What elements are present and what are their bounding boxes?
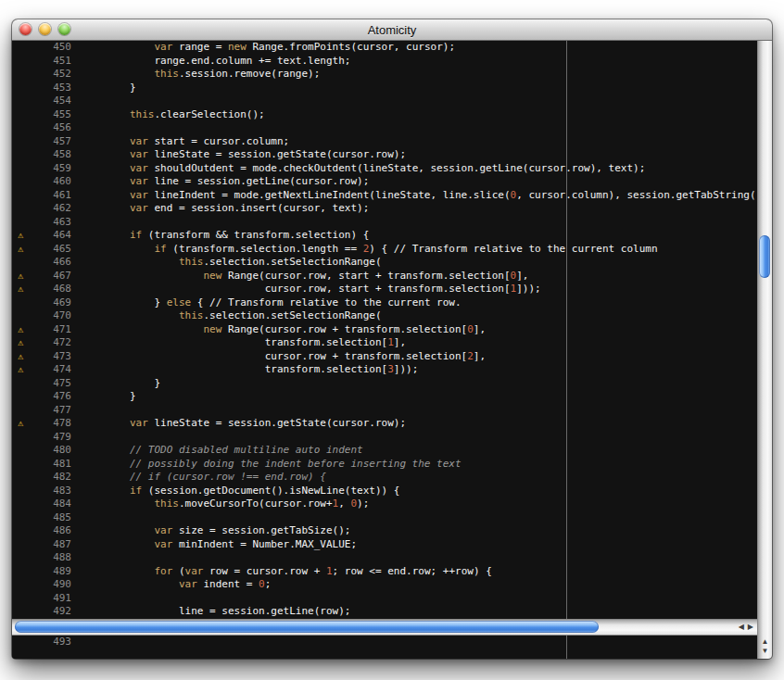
code-line[interactable]: ⚠467 new Range(cursor.row, start + trans… <box>12 270 757 283</box>
titlebar[interactable]: Atomicity <box>12 19 772 41</box>
code-line[interactable]: ⚠468 cursor.row, start + transform.selec… <box>12 283 757 296</box>
code-line[interactable]: 475 } <box>12 377 757 391</box>
code-text: range.end.column += text.length; <box>81 55 350 69</box>
warning-icon[interactable]: ⚠ <box>12 363 29 377</box>
scroll-left-arrow-icon[interactable]: ◀ <box>739 623 744 631</box>
code-line[interactable]: 484 this.moveCursorTo(cursor.row+1, 0); <box>12 497 757 511</box>
code-line[interactable]: 463 <box>12 216 757 230</box>
code-line[interactable]: 450 var range = new Range.fromPoints(cur… <box>12 41 757 55</box>
code-line[interactable]: 482 // if (cursor.row !== end.row) { <box>12 471 757 485</box>
code-area[interactable]: 450 var range = new Range.fromPoints(cur… <box>12 41 757 619</box>
code-line[interactable]: 451 range.end.column += text.length; <box>12 55 757 69</box>
warning-icon[interactable]: ⚠ <box>12 243 29 257</box>
code-line[interactable]: ⚠464 if (transform && transform.selectio… <box>12 229 757 243</box>
code-line[interactable]: 483 if (session.getDocument().isNewLine(… <box>12 485 757 498</box>
scroll-right-arrow-icon[interactable]: ▶ <box>748 623 753 631</box>
code-line[interactable]: 461 var lineIndent = mode.getNextLineInd… <box>12 189 757 203</box>
vertical-scrollbar[interactable]: ▲ ▼ <box>757 41 772 659</box>
app-window: Atomicity 450 var range = new Range.from… <box>12 19 772 659</box>
warning-icon[interactable]: ⚠ <box>12 417 29 431</box>
line-number: 469 <box>29 296 77 310</box>
warning-icon-slot <box>12 511 29 525</box>
line-number: 482 <box>29 471 77 485</box>
code-line[interactable]: 477 <box>12 404 757 418</box>
code-line[interactable]: 452 this.session.remove(range); <box>12 68 757 82</box>
code-line[interactable]: ⚠473 cursor.row + transform.selection[2]… <box>12 350 757 364</box>
code-text: var indent = 0; <box>81 578 271 592</box>
code-line[interactable]: 462 var end = session.insert(cursor, tex… <box>12 202 757 216</box>
warning-icon-slot <box>12 471 29 485</box>
gutter: 488 <box>12 551 77 565</box>
warning-icon-slot <box>12 592 29 606</box>
code-line[interactable]: ⚠471 new Range(cursor.row + transform.se… <box>12 323 757 337</box>
gutter: 481 <box>12 458 77 472</box>
warning-icon[interactable]: ⚠ <box>12 336 29 350</box>
code-line[interactable]: 479 <box>12 431 757 445</box>
code-line[interactable]: 486 var size = session.getTabSize(); <box>12 524 757 538</box>
warning-icon-slot <box>12 94 29 108</box>
code-line[interactable]: 488 <box>12 551 757 565</box>
code-line[interactable]: 492 line = session.getLine(row); <box>12 605 757 619</box>
code-line[interactable]: 487 var minIndent = Number.MAX_VALUE; <box>12 538 757 552</box>
gutter: 453 <box>12 82 77 95</box>
line-number: 472 <box>29 336 77 350</box>
code-line[interactable]: 470 this.selection.setSelectionRange( <box>12 309 757 323</box>
code-line[interactable]: 480 // TODO disabled multiline auto inde… <box>12 444 757 458</box>
zoom-button[interactable] <box>58 23 70 35</box>
code-line[interactable]: 458 var lineState = session.getState(cur… <box>12 148 757 162</box>
code-line[interactable]: 457 var start = cursor.column; <box>12 135 757 149</box>
code-line[interactable]: 455 this.clearSelection(); <box>12 108 757 122</box>
warning-icon-slot <box>12 55 29 69</box>
scroll-up-arrow-icon[interactable]: ▲ <box>762 638 769 646</box>
minimize-button[interactable] <box>39 23 51 35</box>
code-line[interactable]: 489 for (var row = cursor.row + 1; row <… <box>12 565 757 579</box>
code-line[interactable]: 481 // possibly doing the indent before … <box>12 458 757 472</box>
vertical-scroll-arrows: ▲ ▼ <box>758 638 772 655</box>
code-line[interactable]: 456 <box>12 121 757 135</box>
line-number: 471 <box>29 323 77 337</box>
warning-icon[interactable]: ⚠ <box>12 323 29 337</box>
warning-icon-slot <box>12 444 29 458</box>
code-text: var lineState = session.getState(cursor.… <box>81 148 406 162</box>
code-line[interactable]: 454 <box>12 94 757 108</box>
gutter: ⚠473 <box>12 350 77 364</box>
warning-icon-slot <box>12 524 29 538</box>
code-text: new Range(cursor.row, start + transform.… <box>81 270 528 283</box>
warning-icon[interactable]: ⚠ <box>12 229 29 243</box>
line-number: 487 <box>29 538 77 552</box>
warning-icon-slot <box>12 497 29 511</box>
gutter: 490 <box>12 578 77 592</box>
warning-icon[interactable]: ⚠ <box>12 283 29 296</box>
line-number: 461 <box>29 189 77 203</box>
warning-icon-slot <box>12 605 29 619</box>
code-line[interactable]: 459 var shouldOutdent = mode.checkOutden… <box>12 162 757 176</box>
code-line[interactable]: 476 } <box>12 390 757 404</box>
close-button[interactable] <box>19 23 32 35</box>
code-line[interactable]: ⚠472 transform.selection[1], <box>12 336 757 350</box>
code-line[interactable]: 469 } else { // Transform relative to th… <box>12 296 757 310</box>
warning-icon-slot <box>12 578 29 592</box>
gutter: 469 <box>12 296 77 310</box>
vertical-scrollbar-thumb[interactable] <box>759 235 770 278</box>
code-line[interactable]: 453 } <box>12 82 757 95</box>
code-text: this.selection.setSelectionRange( <box>81 256 382 270</box>
horizontal-scrollbar[interactable]: ◀ ▶ <box>12 619 757 636</box>
code-line[interactable]: 491 <box>12 592 757 606</box>
line-number: 484 <box>29 497 77 511</box>
warning-icon[interactable]: ⚠ <box>12 270 29 283</box>
warning-icon[interactable]: ⚠ <box>12 350 29 364</box>
scroll-down-arrow-icon[interactable]: ▼ <box>762 648 769 655</box>
code-line[interactable]: ⚠465 if (transform.selection.length == 2… <box>12 243 757 257</box>
code-line[interactable]: 466 this.selection.setSelectionRange( <box>12 256 757 270</box>
code-line[interactable]: ⚠474 transform.selection[3])); <box>12 363 757 377</box>
code-line[interactable]: 460 var line = session.getLine(cursor.ro… <box>12 175 757 189</box>
code-line[interactable]: 485 <box>12 511 757 525</box>
code-text: } <box>81 82 136 95</box>
horizontal-scrollbar-thumb[interactable] <box>15 621 599 633</box>
code-text: var end = session.insert(cursor, text); <box>81 202 369 216</box>
window-title: Atomicity <box>368 23 417 37</box>
code-line[interactable]: 490 var indent = 0; <box>12 578 757 592</box>
code-line[interactable]: ⚠478 var lineState = session.getState(cu… <box>12 417 757 431</box>
code-text: new Range(cursor.row + transform.selecti… <box>81 323 486 337</box>
gutter: 466 <box>12 256 77 270</box>
